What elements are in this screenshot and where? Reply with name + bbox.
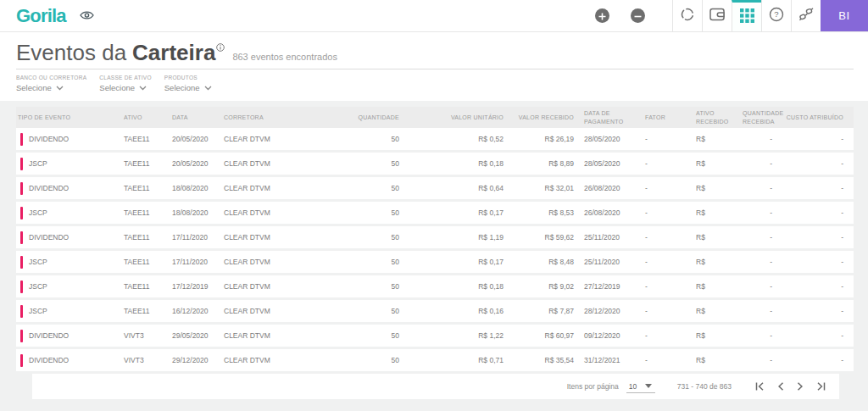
remove-button[interactable] [631,8,645,23]
next-page-button[interactable] [797,382,804,391]
event-type-label: DIVIDENDO [29,356,69,364]
event-type-label: JSCP [29,307,47,315]
column-header-data_pagamento: DATA DE PAGAMENTO [579,109,640,125]
event-type-label: DIVIDENDO [29,184,69,192]
cell-data_pagamento: 26/08/2020 [579,208,640,217]
cell-corretora: CLEAR DTVM [219,307,305,315]
integrations-button[interactable] [791,0,821,31]
sync-icon [680,7,695,25]
cell-valor_unitario: R$ 1,22 [404,331,509,340]
items-per-page-select[interactable]: 10 [626,380,655,393]
cell-tipo: JSCP [16,207,119,219]
cell-data: 17/12/2019 [167,282,219,291]
cell-data: 20/05/2020 [167,135,219,143]
cell-quantidade: 50 [305,331,404,340]
cell-quantidade_recebida: - [737,135,777,143]
cell-valor_unitario: R$ 0,64 [404,184,509,192]
column-header-quantidade_recebida: QUANTIDADE RECEBIDA [737,109,777,125]
cell-data_pagamento: 09/12/2020 [579,331,640,340]
cell-fator: - [640,331,691,340]
cell-valor_recebido: R$ 35,54 [509,356,579,364]
cell-valor_unitario: R$ 0,71 [404,356,509,364]
cell-data: 18/08/2020 [167,208,219,217]
cell-valor_unitario: R$ 0,18 [404,159,509,168]
eye-toggle-button[interactable] [80,8,94,24]
cell-fator: - [640,307,691,315]
filter-label: PRODUTOS [164,75,212,81]
topbar-actions: ? BI [595,0,868,31]
cell-quantidade_recebida: - [737,282,777,291]
filter-banco-ou-corretora[interactable]: BANCO OU CORRETORA Selecione [16,75,86,92]
cell-ativo_recebido: R$ [691,258,737,266]
page-title: Eventos da [16,40,126,66]
cell-valor_unitario: R$ 0,52 [404,135,509,143]
table-row[interactable]: JSCPTAEE1117/12/2019CLEAR DTVM50R$ 0,18R… [16,275,854,297]
cell-valor_recebido: R$ 8,53 [509,208,579,217]
cell-custo_atribuido: - [777,282,854,291]
topbar: Gorila [0,0,868,32]
cell-valor_recebido: R$ 26,19 [509,135,579,143]
event-type-marker [20,305,23,318]
table-row[interactable]: DIVIDENDOTAEE1117/11/2020CLEAR DTVM50R$ … [16,226,854,248]
cell-quantidade: 50 [305,135,404,143]
sync-button[interactable] [672,0,702,31]
cell-valor_unitario: R$ 0,17 [404,208,509,217]
cell-tipo: DIVIDENDO [16,330,119,342]
cell-ativo_recebido: R$ [691,208,737,217]
cell-ativo_recebido: R$ [691,356,737,364]
filter-produtos[interactable]: PRODUTOS Selecione [164,75,212,92]
cell-data: 29/05/2020 [167,331,219,340]
events-table: TIPO DE EVENTOATIVODATACORRETORAQUANTIDA… [16,107,854,399]
cell-valor_recebido: R$ 8,48 [509,258,579,266]
table-row[interactable]: DIVIDENDOVIVT329/12/2020CLEAR DTVM50R$ 0… [16,349,854,371]
cell-ativo: TAEE11 [119,307,167,315]
cell-tipo: DIVIDENDO [16,182,119,195]
column-header-ativo_recebido: ATIVO RECEBIDO [691,109,737,125]
event-type-marker [20,231,23,244]
page-title-emphasis: Carteira [132,40,215,66]
help-button[interactable]: ? [761,0,791,31]
add-button[interactable] [595,8,609,23]
previous-page-button[interactable] [777,382,784,391]
cell-data: 20/05/2020 [167,159,219,168]
cell-fator: - [640,135,691,143]
table-row[interactable]: JSCPTAEE1120/05/2020CLEAR DTVM50R$ 0,18R… [16,153,854,175]
wallet-button[interactable] [702,0,732,31]
cell-corretora: CLEAR DTVM [219,233,305,242]
info-icon[interactable] [216,40,225,55]
table-row[interactable]: JSCPTAEE1118/08/2020CLEAR DTVM50R$ 0,17R… [16,202,854,224]
cell-data: 18/08/2020 [167,184,219,192]
toolbar-button-group: ? [672,0,821,31]
chevron-down-icon [56,83,64,92]
user-avatar[interactable]: BI [821,0,868,31]
cell-tipo: JSCP [16,256,119,269]
cell-tipo: DIVIDENDO [16,354,119,367]
last-page-button[interactable] [816,382,826,391]
event-type-label: JSCP [29,159,47,168]
filter-classe-de-ativo[interactable]: CLASSE DE ATIVO Selecione [99,75,151,92]
grid-view-button[interactable] [732,0,761,31]
cell-corretora: CLEAR DTVM [219,184,305,192]
cell-corretora: CLEAR DTVM [219,135,305,143]
plug-connection-icon [798,7,815,25]
cell-ativo_recebido: R$ [691,331,737,340]
first-page-button[interactable] [755,382,765,391]
table-row[interactable]: DIVIDENDOTAEE1120/05/2020CLEAR DTVM50R$ … [16,128,854,150]
cell-quantidade_recebida: - [737,258,777,266]
cell-custo_atribuido: - [777,135,854,143]
cell-quantidade_recebida: - [737,208,777,217]
cell-quantidade_recebida: - [737,233,777,242]
page-title-row: Eventos da Carteira 863 eventos encontra… [16,32,854,69]
grid-icon [740,8,754,26]
table-row[interactable]: JSCPTAEE1116/12/2020CLEAR DTVM50R$ 0,16R… [16,300,854,322]
cell-valor_recebido: R$ 9,02 [509,282,579,291]
table-row[interactable]: JSCPTAEE1117/11/2020CLEAR DTVM50R$ 0,17R… [16,251,854,273]
cell-data: 17/11/2020 [167,258,219,266]
chevron-down-icon [204,83,212,92]
cell-tipo: DIVIDENDO [16,231,119,244]
table-row[interactable]: DIVIDENDOTAEE1118/08/2020CLEAR DTVM50R$ … [16,177,854,199]
event-type-marker [20,280,23,293]
table-row[interactable]: DIVIDENDOVIVT329/05/2020CLEAR DTVM50R$ 1… [16,325,854,347]
column-header-fator: FATOR [640,114,691,121]
cell-ativo: TAEE11 [119,258,167,266]
